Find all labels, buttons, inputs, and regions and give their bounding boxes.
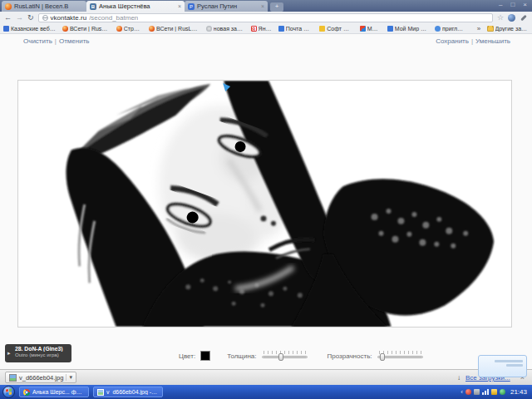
bookmark-favicon-icon: [278, 26, 284, 32]
chrome-icon: [23, 389, 30, 396]
opacity-label: Прозрачность:: [328, 352, 372, 360]
bookmark-favicon-icon: [319, 26, 325, 32]
bookmark-item[interactable]: ВСети | RusLati Folk: [62, 26, 110, 32]
downloaded-file-button[interactable]: v_d666eb04.jpg ▾: [5, 372, 76, 383]
tab-anka-sherstneva[interactable]: В Анька Шерстнёва ×: [86, 1, 185, 12]
bookmark-favicon-icon: [116, 26, 122, 32]
bookmark-item[interactable]: Казанские веб-орган...: [3, 26, 56, 32]
bookmark-favicon-icon: [3, 26, 9, 32]
bookmark-favicon-icon: [360, 26, 366, 32]
bookmark-item[interactable]: Софт Mail.Ru: [319, 26, 352, 32]
new-tab-button[interactable]: +: [270, 2, 283, 12]
audio-player-popup[interactable]: ▸ 28. DoN-A (Gine3) Outro (минус игра): [5, 344, 71, 362]
page-favicon-icon: Р: [188, 3, 195, 10]
window-controls: – □ ×: [499, 0, 527, 10]
download-tooltip: [478, 355, 527, 377]
toolbar-left-links: Очистить|Отменить: [23, 37, 89, 45]
bookmark-favicon-icon: [149, 26, 155, 32]
play-icon[interactable]: ▸: [7, 350, 11, 357]
folder-icon: [487, 26, 493, 32]
thickness-label: Толщина:: [227, 352, 256, 360]
download-menu-chevron-icon[interactable]: ▾: [66, 374, 72, 381]
antivirus-tray-icon[interactable]: [466, 389, 471, 395]
taskbar-item-label: Анька Шерс... фото -...: [32, 389, 85, 395]
bookmark-favicon-icon: [387, 26, 393, 32]
bookmark-star-icon[interactable]: ☆: [497, 13, 504, 22]
clear-link[interactable]: Очистить: [23, 37, 52, 45]
bookmark-item[interactable]: пригласить: [435, 26, 464, 32]
tab-label: Анька Шерстнёва: [99, 2, 175, 10]
color-label: Цвет:: [179, 352, 195, 360]
bookmark-item-yandex[interactable]: ЯЯндекс: [251, 26, 272, 32]
vk-graffiti-page: Очистить|Отменить Сохранить|Уменьшить: [0, 34, 532, 369]
wrench-menu-icon[interactable]: [520, 13, 528, 22]
browser-toolbar: ← → ↻ vkontakte.ru /second_batmen ☆: [0, 12, 532, 23]
yandex-favicon-icon: Я: [251, 26, 257, 32]
portrait-drawing: [18, 81, 511, 327]
opacity-slider[interactable]: [377, 351, 423, 361]
taskbar-item-label: v_d666eb04.jpg - П...: [106, 389, 159, 395]
address-bar[interactable]: vkontakte.ru /second_batmen: [38, 13, 493, 22]
download-file-name: v_d666eb04.jpg: [19, 374, 63, 382]
photo-icon: [97, 389, 104, 396]
maximize-button[interactable]: □: [510, 0, 515, 10]
windows-flag-icon: [6, 389, 12, 396]
url-path: /second_batmen: [89, 14, 138, 22]
bookmark-favicon-icon: [62, 26, 68, 32]
tooltip-text-line: [495, 360, 523, 362]
undo-link[interactable]: Отменить: [59, 37, 90, 45]
thickness-slider[interactable]: [262, 351, 308, 361]
opacity-slider-thumb[interactable]: [380, 353, 385, 361]
reload-button[interactable]: ↻: [27, 13, 34, 22]
url-host: vkontakte.ru: [51, 14, 87, 22]
minimize-button[interactable]: –: [499, 0, 502, 10]
bookmark-item[interactable]: Mail.Ru: [360, 26, 381, 32]
taskbar-item-image[interactable]: v_d666eb04.jpg - П...: [93, 387, 163, 397]
close-button[interactable]: ×: [523, 0, 527, 10]
taskbar-clock: 21:43: [510, 388, 527, 396]
start-button[interactable]: [2, 386, 15, 398]
tab-ruslatin[interactable]: RusLatiN | Весел.В: [2, 1, 86, 12]
back-button[interactable]: ←: [4, 13, 12, 22]
windows-taskbar: Анька Шерс... фото -... v_d666eb04.jpg -…: [0, 385, 532, 399]
bookmark-favicon-icon: [206, 26, 212, 32]
volume-tray-icon[interactable]: [474, 389, 480, 395]
firefox-favicon-icon: [5, 3, 12, 10]
bookmark-item[interactable]: Мой Мир Mail.Ru: [387, 26, 428, 32]
tab-close-icon[interactable]: ×: [261, 3, 264, 9]
shrink-link[interactable]: Уменьшить: [475, 37, 510, 45]
toolbar-right-links: Сохранить|Уменьшить: [436, 37, 510, 45]
forward-button[interactable]: →: [16, 13, 23, 22]
bookmark-item[interactable]: новая закладка: [206, 26, 244, 32]
tab-ruslan-putin[interactable]: Р Руслан Путин ×: [185, 1, 268, 12]
update-tray-icon[interactable]: [491, 389, 497, 395]
slider-track: [262, 356, 308, 358]
save-link[interactable]: Сохранить: [436, 37, 469, 45]
desktop-screen: RusLatiN | Весел.В В Анька Шерстнёва × Р…: [0, 0, 532, 399]
bookmarks-bar: Казанские веб-орган... ВСети | RusLati F…: [0, 23, 532, 34]
network-signal-icon[interactable]: [482, 389, 489, 395]
track-subtitle: Outro (минус игра): [15, 352, 68, 357]
bookmark-item[interactable]: Страница: [116, 26, 142, 32]
track-title: 28. DoN-A (Gine3): [15, 346, 68, 352]
browser-tab-strip: RusLatiN | Весел.В В Анька Шерстнёва × Р…: [0, 0, 532, 12]
bookmark-item[interactable]: ВСети | RusLatiN Folk: [149, 26, 200, 32]
extension-icon[interactable]: [508, 14, 515, 22]
other-bookmarks-button[interactable]: Другие закладки: [487, 26, 529, 32]
messenger-tray-icon[interactable]: [500, 389, 505, 395]
bookmark-item[interactable]: Почта Mail.Ru: [278, 26, 313, 32]
tab-close-icon[interactable]: ×: [178, 3, 181, 9]
system-tray: ‹ 21:43: [461, 388, 530, 396]
download-arrow-icon: ↓: [457, 374, 461, 382]
download-shelf: v_d666eb04.jpg ▾ ↓ Все загрузки... ×: [0, 369, 532, 385]
vk-favicon-icon: В: [90, 3, 96, 10]
site-globe-icon: [42, 15, 48, 21]
slider-ticks: [264, 351, 306, 354]
color-swatch[interactable]: [200, 351, 210, 361]
thickness-slider-thumb[interactable]: [278, 353, 283, 361]
tray-chevron-icon[interactable]: ‹: [461, 388, 463, 396]
drawing-canvas[interactable]: [17, 80, 512, 328]
image-file-icon: [9, 374, 17, 382]
taskbar-item-browser[interactable]: Анька Шерс... фото -...: [19, 387, 89, 397]
bookmarks-overflow-chevron[interactable]: »: [477, 25, 480, 32]
